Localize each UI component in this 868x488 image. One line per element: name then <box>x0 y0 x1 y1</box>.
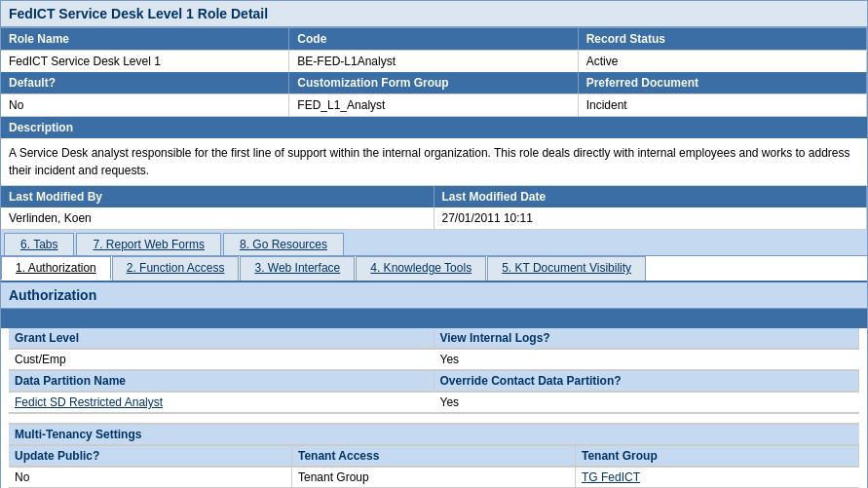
preferred-doc-header: Preferred Document <box>579 72 867 94</box>
tab-report-web-forms[interactable]: 7. Report Web Forms <box>76 233 220 255</box>
tab-function-access[interactable]: 2. Function Access <box>112 256 240 281</box>
custom-form-group-header: Customization Form Group <box>289 72 578 94</box>
code-header: Code <box>289 28 578 50</box>
tab-kt-doc-visibility[interactable]: 5. KT Document Visibility <box>487 256 646 281</box>
record-status-header: Record Status <box>579 28 867 50</box>
grant-level-value: Cust/Emp <box>9 350 434 370</box>
view-internal-logs-header: View Internal Logs? <box>434 328 860 349</box>
tab-authorization[interactable]: 1. Authorization <box>1 256 111 281</box>
tenant-access-value: Tenant Group <box>292 468 576 488</box>
blank-row-1 <box>9 414 434 424</box>
description-text: A Service Desk analyst responsible for t… <box>1 138 867 186</box>
grant-level-header: Grant Level <box>9 328 434 349</box>
data-partition-header: Data Partition Name <box>9 371 434 392</box>
preferred-doc-value: Incident <box>579 94 867 116</box>
default-value: No <box>1 94 289 116</box>
last-modified-date-header: Last Modified Date <box>434 186 868 207</box>
role-name-header: Role Name <box>1 28 289 50</box>
tenant-access-header: Tenant Access <box>292 446 576 467</box>
multi-tenancy-header: Multi-Tenancy Settings <box>9 425 859 445</box>
tabs-row-1: 6. Tabs 7. Report Web Forms 8. Go Resour… <box>1 230 867 256</box>
tab-go-resources[interactable]: 8. Go Resources <box>223 233 344 255</box>
default-header: Default? <box>1 72 289 94</box>
code-value: BE-FED-L1Analyst <box>289 51 578 72</box>
tabs-row-2: 1. Authorization 2. Function Access 3. W… <box>1 256 867 282</box>
page-title: FedICT Service Desk Level 1 Role Detail <box>0 0 868 28</box>
role-name-value: FedICT Service Desk Level 1 <box>1 51 289 72</box>
tab-tabs[interactable]: 6. Tabs <box>4 233 74 255</box>
override-contact-value: Yes <box>434 393 860 413</box>
custom-form-group-value: FED_L1_Analyst <box>289 94 578 116</box>
tenant-group-value[interactable]: TG FedICT <box>576 468 859 488</box>
override-contact-header: Override Contact Data Partition? <box>434 371 860 392</box>
tenant-group-header: Tenant Group <box>576 446 859 467</box>
update-public-header: Update Public? <box>9 446 292 467</box>
update-public-value: No <box>9 468 292 488</box>
description-header: Description <box>1 117 867 138</box>
last-modified-by-value: Verlinden, Koen <box>1 207 434 229</box>
tab-knowledge-tools[interactable]: 4. Knowledge Tools <box>356 256 486 281</box>
last-modified-date-value: 27/01/2011 10:11 <box>434 207 868 229</box>
data-partition-value[interactable]: Fedict SD Restricted Analyst <box>9 393 434 413</box>
last-modified-by-header: Last Modified By <box>1 186 434 207</box>
record-status-value: Active <box>579 51 867 72</box>
tab-web-interface[interactable]: 3. Web Interface <box>240 256 355 281</box>
blank-row-2 <box>434 414 860 424</box>
auth-section-title: Authorization <box>1 282 867 309</box>
view-internal-logs-value: Yes <box>434 350 860 370</box>
auth-blue-bar <box>1 309 867 328</box>
